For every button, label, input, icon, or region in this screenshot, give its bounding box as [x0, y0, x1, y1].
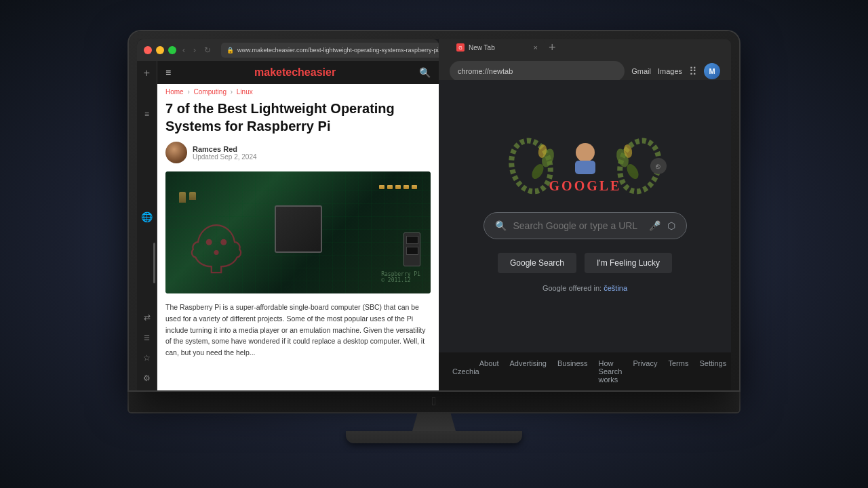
- footer-country: Czechia: [452, 367, 479, 375]
- svg-point-0: [206, 239, 212, 245]
- author-date: Updated Sep 2, 2024: [193, 153, 257, 161]
- doodle-svg: GOOGLE: [507, 138, 663, 199]
- lock-icon: 🔒: [226, 47, 234, 54]
- chrome-topbar: G New Tab × + chrome://newtab: [439, 39, 731, 80]
- tab-label: New Tab: [469, 44, 495, 52]
- google-offered-text: Google offered in: čeština: [542, 284, 627, 292]
- doodle-container: GOOGLE: [507, 138, 663, 199]
- svg-point-2: [214, 250, 218, 255]
- mte-logo-tech: tech: [282, 66, 304, 78]
- svg-text:GOOGLE: GOOGLE: [549, 178, 621, 193]
- breadcrumb-computing[interactable]: Computing: [194, 88, 226, 96]
- address-bar[interactable]: 🔒 www.maketecheasier.com/best-lightweigh…: [221, 43, 439, 58]
- article-title: 7 of the Best Lightweight Operating Syst…: [165, 100, 431, 135]
- chrome-right-icons: Gmail Images ⠿ M: [631, 63, 720, 79]
- breadcrumb-sep1: ›: [187, 88, 191, 96]
- breadcrumb-home[interactable]: Home: [165, 88, 184, 96]
- microphone-icon[interactable]: 🎤: [649, 220, 660, 231]
- settings-icon[interactable]: ⚙: [140, 371, 154, 385]
- close-button[interactable]: [144, 46, 152, 54]
- lens-icon[interactable]: ⬡: [667, 220, 675, 231]
- mte-logo-make: make: [254, 66, 282, 78]
- google-search-input[interactable]: [513, 220, 642, 231]
- article-content-area: ≡ maketecheasier 🔍 Home › Computing: [157, 61, 439, 390]
- capacitors: [179, 192, 196, 203]
- google-action-buttons: Google Search I'm Feeling Lucky: [498, 253, 672, 273]
- mte-header: ≡ maketecheasier 🔍: [157, 61, 439, 84]
- footer-advertising[interactable]: Advertising: [510, 359, 547, 384]
- mte-menu-icon[interactable]: ≡: [165, 67, 171, 78]
- hamburger-icon[interactable]: ≡: [140, 107, 154, 121]
- mte-logo: maketecheasier: [254, 66, 336, 79]
- pcb-contact: [412, 185, 417, 189]
- footer-business[interactable]: Business: [557, 359, 588, 384]
- swap-icon[interactable]: ⇄: [140, 310, 154, 324]
- pcb-contact: [387, 185, 393, 189]
- address-text: chrome://newtab: [458, 67, 513, 75]
- imac-stand-base: [346, 431, 522, 443]
- profile-avatar[interactable]: M: [704, 63, 720, 79]
- globe-icon[interactable]: 🌐: [140, 210, 154, 224]
- new-tab-button[interactable]: +: [549, 41, 556, 55]
- article-body-text: The Raspberry Pi is a super-affordable s…: [165, 302, 431, 359]
- article-hero-image: Raspberry Pi© 2011.12: [165, 171, 431, 293]
- search-icon: 🔍: [495, 220, 507, 231]
- svg-rect-6: [575, 161, 595, 174]
- footer-how-search[interactable]: How Search works: [599, 359, 623, 384]
- usb-port: [403, 232, 420, 266]
- mte-logo-easier: easier: [304, 66, 336, 78]
- footer-about[interactable]: About: [479, 359, 499, 384]
- breadcrumb-linux[interactable]: Linux: [237, 88, 253, 96]
- author-meta: Ramces Red Updated Sep 2, 2024: [193, 145, 257, 161]
- author-avatar-inner: [165, 142, 187, 163]
- article-body: 7 of the Best Lightweight Operating Syst…: [157, 100, 439, 390]
- share-button[interactable]: ⎋: [650, 158, 667, 174]
- bookmark-icon[interactable]: ☆: [140, 351, 154, 365]
- breadcrumb: Home › Computing › Linux: [157, 84, 439, 100]
- imac-chin: : [129, 390, 739, 412]
- google-search-bar[interactable]: 🔍 🎤 ⬡: [484, 212, 687, 239]
- imac-monitor: ‹ › ↻ 🔒 www.maketecheasier.com/best-ligh…: [129, 31, 739, 443]
- pcb-chip: [275, 205, 322, 253]
- google-new-tab: GOOGLE: [439, 80, 731, 390]
- footer-links: About Advertising Business How Search wo…: [479, 359, 726, 384]
- offered-lang-link[interactable]: čeština: [604, 284, 627, 292]
- footer-settings[interactable]: Settings: [699, 359, 726, 384]
- google-search-button[interactable]: Google Search: [498, 253, 576, 273]
- pcb-contact: [379, 185, 384, 189]
- gmail-link[interactable]: Gmail: [631, 67, 651, 75]
- author-info: Ramces Red Updated Sep 2, 2024: [165, 142, 431, 163]
- mte-search-icon[interactable]: 🔍: [419, 67, 431, 78]
- tab-favicon: G: [456, 43, 465, 52]
- tab-close-icon[interactable]: ×: [534, 43, 538, 52]
- maximize-button[interactable]: [168, 46, 176, 54]
- images-link[interactable]: Images: [658, 67, 682, 75]
- google-doodle: GOOGLE: [507, 138, 663, 199]
- rpi-logo-icon: [186, 219, 247, 280]
- apps-grid-icon[interactable]: ⠿: [689, 65, 697, 78]
- google-footer: Czechia About Advertising Business How S…: [439, 352, 731, 390]
- footer-privacy[interactable]: Privacy: [633, 359, 657, 384]
- list-icon[interactable]: ☰: [140, 331, 154, 344]
- screen-frame: ‹ › ↻ 🔒 www.maketecheasier.com/best-ligh…: [129, 31, 739, 390]
- back-button[interactable]: ‹: [180, 44, 187, 56]
- svg-point-1: [220, 239, 226, 245]
- imac-stand-neck: [407, 412, 461, 431]
- footer-terms[interactable]: Terms: [668, 359, 688, 384]
- pcb-contact: [403, 185, 409, 189]
- chrome-address-bar[interactable]: chrome://newtab: [450, 61, 625, 81]
- offered-label: Google offered in:: [542, 284, 601, 292]
- pcb-text: Raspberry Pi© 2011.12: [381, 271, 420, 283]
- breadcrumb-sep2: ›: [231, 88, 235, 96]
- chrome-active-tab[interactable]: G New Tab ×: [450, 39, 545, 57]
- author-avatar: [165, 142, 187, 163]
- browser-titlebar: ‹ › ↻ 🔒 www.maketecheasier.com/best-ligh…: [137, 39, 439, 61]
- reload-button[interactable]: ↻: [202, 44, 213, 56]
- pcb-contact: [395, 185, 401, 189]
- feeling-lucky-button[interactable]: I'm Feeling Lucky: [585, 253, 672, 273]
- google-panel: G New Tab × + chrome://newtab: [439, 39, 731, 390]
- minimize-button[interactable]: [156, 46, 164, 54]
- new-tab-icon[interactable]: +: [140, 66, 154, 80]
- forward-button[interactable]: ›: [191, 44, 198, 56]
- pcb-contacts: [379, 185, 417, 189]
